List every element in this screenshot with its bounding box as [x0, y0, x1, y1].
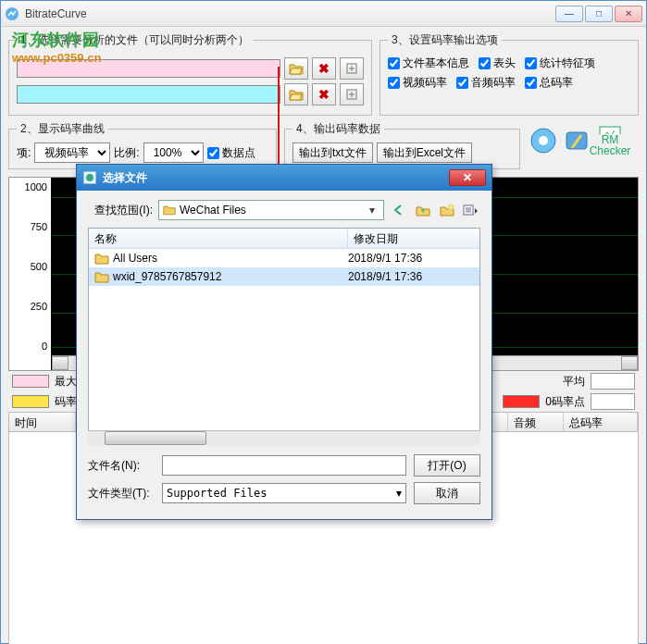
chk-fileinfo[interactable]: 文件基本信息	[388, 56, 469, 71]
close-button[interactable]: ✕	[615, 6, 642, 22]
group-output-options: 3、设置码率输出选项 文件基本信息 表头 统计特征项 视频码率 音频码率 总码率	[379, 32, 639, 116]
swatch-pink	[12, 375, 49, 388]
filename-label: 文件名(N):	[88, 458, 155, 474]
avg-value	[591, 373, 635, 390]
action-file-2-button[interactable]	[340, 83, 364, 105]
dialog-titlebar: 选择文件 ✕	[77, 165, 491, 191]
legend-avg: 平均	[563, 374, 585, 390]
view-menu-button[interactable]	[462, 201, 480, 219]
item-select[interactable]: 视频码率	[34, 142, 110, 163]
chk-total[interactable]: 总码率	[525, 75, 573, 91]
folder-icon	[163, 204, 176, 216]
action-file-1-button[interactable]	[340, 57, 364, 80]
group-output-data: 4、输出码率数据 输出到txt文件 输出到Excel文件	[284, 121, 520, 169]
up-folder-button[interactable]	[414, 201, 432, 219]
file-list[interactable]: 名称 修改日期 All Users 2018/9/1 17:36 wxid_97…	[88, 228, 480, 431]
lookin-label: 查找范围(I):	[88, 203, 153, 218]
y-axis: 1000 750 500 250 0	[9, 178, 52, 370]
col-total[interactable]: 总码率	[564, 413, 638, 431]
file-list-scrollbar[interactable]	[88, 430, 480, 445]
group-display-curve: 2、显示码率曲线 项: 视频码率 比例: 100% 数据点	[8, 121, 277, 169]
chevron-down-icon: ▾	[365, 204, 379, 217]
tool-icon-1[interactable]	[528, 125, 559, 156]
tool-icon-2[interactable]	[561, 125, 592, 156]
filetype-combo[interactable]: Supported Files▾	[162, 483, 406, 503]
file-row[interactable]: wxid_9785767857912 2018/9/1 17:36	[89, 267, 479, 286]
ratio-select[interactable]: 100%	[143, 142, 204, 163]
filename-input[interactable]	[162, 455, 406, 476]
open-file-2-button[interactable]	[284, 83, 308, 105]
open-button[interactable]: 打开(O)	[414, 454, 480, 477]
lookin-combo[interactable]: WeChat Files ▾	[158, 200, 384, 220]
window-title: BitrateCurve	[25, 7, 554, 20]
export-excel-button[interactable]: 输出到Excel文件	[377, 142, 472, 163]
open-file-1-button[interactable]	[284, 57, 308, 80]
clear-file-2-button[interactable]: ✖	[312, 83, 336, 105]
chk-datapoint[interactable]: 数据点	[207, 145, 255, 161]
maximize-button[interactable]: □	[585, 6, 613, 22]
group1-legend: 1、选择需要分析的文件（可以同时分析两个）	[17, 32, 253, 48]
file-open-dialog: 选择文件 ✕ 查找范围(I): WeChat Files ▾ 名称 修改日期 A…	[76, 164, 492, 520]
swatch-red	[503, 395, 540, 408]
legend-max: 最大	[55, 374, 77, 390]
dialog-icon	[82, 170, 97, 185]
legend-zero: 0码率点	[545, 394, 585, 410]
zero-value	[591, 393, 635, 410]
dialog-title: 选择文件	[103, 170, 449, 186]
svg-point-8	[86, 174, 93, 181]
legend-bitrate: 码率	[55, 394, 77, 410]
svg-point-4	[539, 136, 548, 145]
dialog-close-button[interactable]: ✕	[449, 169, 486, 186]
file-slot-2[interactable]	[17, 85, 280, 104]
chk-stats[interactable]: 统计特征项	[525, 56, 595, 71]
col-date[interactable]: 修改日期	[348, 229, 479, 248]
svg-point-9	[448, 204, 454, 210]
filetype-label: 文件类型(T):	[88, 486, 155, 502]
group2-legend: 2、显示码率曲线	[17, 121, 108, 137]
back-button[interactable]	[390, 201, 408, 219]
chk-audio[interactable]: 音频码率	[456, 75, 516, 91]
group3-legend: 3、设置码率输出选项	[388, 32, 502, 48]
cancel-button[interactable]: 取消	[414, 482, 480, 504]
group-select-files: 1、选择需要分析的文件（可以同时分析两个） ✖ ✖	[8, 32, 372, 116]
col-audio[interactable]: 音频	[508, 413, 564, 431]
swatch-yellow	[12, 395, 49, 408]
rm-checker-area: RM Checker	[528, 121, 639, 156]
app-icon	[5, 6, 19, 21]
minimize-button[interactable]: —	[555, 6, 583, 22]
export-txt-button[interactable]: 输出到txt文件	[292, 142, 373, 163]
chk-header[interactable]: 表头	[479, 56, 516, 71]
ratio-label: 比例:	[114, 145, 139, 161]
item-label: 项:	[17, 145, 31, 161]
file-row[interactable]: All Users 2018/9/1 17:36	[89, 249, 479, 267]
titlebar: BitrateCurve — □ ✕	[1, 1, 646, 27]
col-name[interactable]: 名称	[89, 229, 348, 248]
col-time[interactable]: 时间	[9, 413, 76, 431]
file-slot-1[interactable]	[17, 59, 280, 78]
clear-file-1-button[interactable]: ✖	[312, 57, 336, 80]
new-folder-button[interactable]	[438, 201, 456, 219]
chk-video[interactable]: 视频码率	[388, 75, 447, 91]
rm-checker-icon[interactable]: RM Checker	[594, 125, 626, 156]
group4-legend: 4、输出码率数据	[292, 121, 384, 137]
